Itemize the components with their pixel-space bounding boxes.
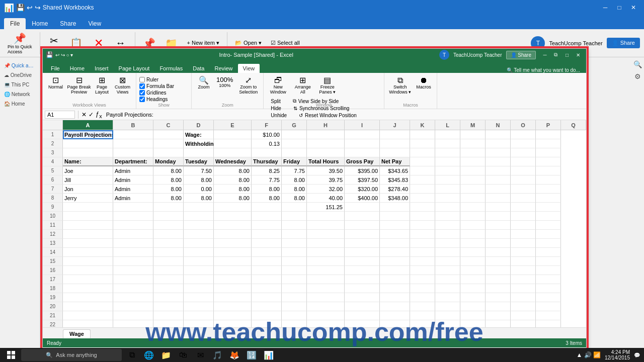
- cell-M8[interactable]: [460, 194, 486, 203]
- cell-P12[interactable]: [536, 230, 561, 239]
- cell-K20[interactable]: [410, 302, 435, 311]
- cell-G11[interactable]: [282, 221, 307, 230]
- cell-O14[interactable]: [511, 248, 536, 257]
- cell-E11[interactable]: [214, 221, 252, 230]
- col-header-K[interactable]: K: [410, 120, 435, 130]
- cell-P7[interactable]: [536, 185, 561, 194]
- cell-G14[interactable]: [282, 248, 307, 257]
- cell-F16[interactable]: [252, 266, 282, 275]
- cell-D19[interactable]: [184, 293, 214, 302]
- cell-I20[interactable]: [345, 302, 380, 311]
- cell-I6[interactable]: $397.50: [345, 175, 380, 185]
- cell-D1[interactable]: Wage:: [184, 130, 214, 139]
- col-header-G[interactable]: G: [282, 120, 307, 130]
- cell-E12[interactable]: [214, 230, 252, 239]
- cell-L12[interactable]: [435, 230, 460, 239]
- cell-D9[interactable]: [184, 203, 214, 212]
- cell-F13[interactable]: [252, 239, 282, 248]
- cell-H5[interactable]: 39.50: [307, 166, 345, 175]
- cell-C17[interactable]: [153, 275, 184, 284]
- cell-A3[interactable]: [63, 148, 113, 157]
- col-header-Q[interactable]: Q: [561, 120, 586, 130]
- formula-bar-checkbox-row[interactable]: Formula Bar: [139, 83, 174, 89]
- cell-P11[interactable]: [536, 221, 561, 230]
- cell-E16[interactable]: [214, 266, 252, 275]
- cell-H11[interactable]: [307, 221, 345, 230]
- page-break-button[interactable]: ⊟ Page BreakPreview: [66, 75, 92, 96]
- cell-G3[interactable]: [282, 148, 307, 157]
- cell-N11[interactable]: [486, 221, 511, 230]
- cell-B1[interactable]: [113, 130, 153, 139]
- cell-E13[interactable]: [214, 239, 252, 248]
- cell-B15[interactable]: [113, 257, 153, 266]
- cell-P15[interactable]: [536, 257, 561, 266]
- cell-E19[interactable]: [214, 293, 252, 302]
- cell-L10[interactable]: [435, 212, 460, 221]
- cell-H6[interactable]: 39.75: [307, 175, 345, 185]
- cell-L9[interactable]: [435, 203, 460, 212]
- cell-K3[interactable]: [410, 148, 435, 157]
- confirm-icon[interactable]: ✓: [89, 111, 94, 118]
- col-header-A[interactable]: A: [63, 120, 113, 130]
- cell-C15[interactable]: [153, 257, 184, 266]
- cell-A6[interactable]: Jill: [63, 175, 113, 185]
- cell-D14[interactable]: [184, 248, 214, 257]
- cell-D17[interactable]: [184, 275, 214, 284]
- cell-H13[interactable]: [307, 239, 345, 248]
- cell-L19[interactable]: [435, 293, 460, 302]
- cell-E20[interactable]: [214, 302, 252, 311]
- cell-J14[interactable]: [380, 248, 410, 257]
- cell-F7[interactable]: 8.00: [252, 185, 282, 194]
- cell-E9[interactable]: [214, 203, 252, 212]
- home-item[interactable]: 🏠 Home: [2, 100, 38, 108]
- cell-H3[interactable]: [307, 148, 345, 157]
- cell-H9[interactable]: 151.25: [307, 203, 345, 212]
- col-header-C[interactable]: C: [153, 120, 184, 130]
- cell-M21[interactable]: [460, 311, 486, 320]
- cell-G17[interactable]: [282, 275, 307, 284]
- cell-H14[interactable]: [307, 248, 345, 257]
- cell-M2[interactable]: [460, 139, 486, 148]
- cell-B2[interactable]: [113, 139, 153, 148]
- cell-P17[interactable]: [536, 275, 561, 284]
- cell-C11[interactable]: [153, 221, 184, 230]
- cell-F18[interactable]: [252, 284, 282, 293]
- cell-I18[interactable]: [345, 284, 380, 293]
- sheet-container[interactable]: A B C D E F G H I J K L M N O P Q: [43, 120, 586, 327]
- cell-I1[interactable]: [345, 130, 380, 139]
- cell-L5[interactable]: [435, 166, 460, 175]
- cell-F8[interactable]: 8.00: [252, 194, 282, 203]
- cell-K7[interactable]: [410, 185, 435, 194]
- cell-F1[interactable]: $10.00: [252, 130, 282, 139]
- pin-quick-access-button[interactable]: 📌 Pin to QuickAccess: [4, 31, 36, 56]
- store[interactable]: 🛍: [176, 349, 190, 361]
- cell-O2[interactable]: [511, 139, 536, 148]
- ruler-checkbox-row[interactable]: Ruler: [139, 77, 174, 82]
- cell-C5[interactable]: 8.00: [153, 166, 184, 175]
- cell-M17[interactable]: [460, 275, 486, 284]
- cell-L22[interactable]: [435, 320, 460, 327]
- cell-O8[interactable]: [511, 194, 536, 203]
- cell-E18[interactable]: [214, 284, 252, 293]
- cell-P5[interactable]: [536, 166, 561, 175]
- cancel-icon[interactable]: ✕: [82, 111, 87, 118]
- cell-G9[interactable]: [282, 203, 307, 212]
- cell-H10[interactable]: [307, 212, 345, 221]
- cell-G21[interactable]: [282, 311, 307, 320]
- cell-A4[interactable]: Name:: [63, 157, 113, 166]
- start-button[interactable]: [4, 349, 18, 361]
- outer-tab-file[interactable]: File: [4, 18, 26, 29]
- cell-L1[interactable]: [435, 130, 460, 139]
- cell-P4[interactable]: [536, 157, 561, 166]
- cell-P1[interactable]: [536, 130, 561, 139]
- cell-H18[interactable]: [307, 284, 345, 293]
- cell-E3[interactable]: [214, 148, 252, 157]
- cell-G18[interactable]: [282, 284, 307, 293]
- cell-P16[interactable]: [536, 266, 561, 275]
- cell-N22[interactable]: [486, 320, 511, 327]
- gridlines-checkbox-row[interactable]: Gridlines: [139, 90, 174, 96]
- cell-F10[interactable]: [252, 212, 282, 221]
- cell-H17[interactable]: [307, 275, 345, 284]
- col-header-P[interactable]: P: [536, 120, 561, 130]
- col-header-J[interactable]: J: [380, 120, 410, 130]
